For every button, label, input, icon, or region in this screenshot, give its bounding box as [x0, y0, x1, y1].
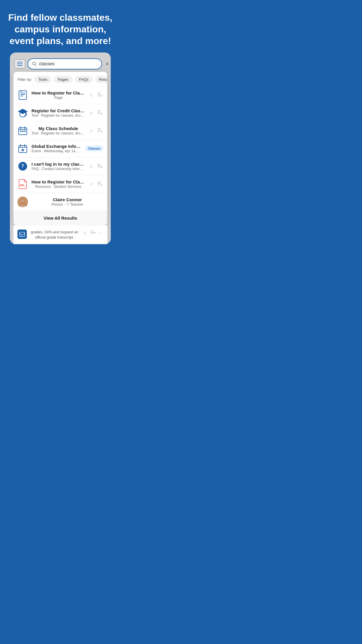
star-button[interactable]: ☆	[89, 127, 94, 134]
svg-rect-2	[19, 91, 27, 99]
hamburger-line-2	[17, 64, 23, 64]
svg-rect-27	[24, 131, 26, 132]
more-options-button[interactable]: ···	[98, 230, 103, 236]
star-button[interactable]: ☆	[89, 181, 94, 188]
result-content: Claire Connor Person · 🛡 Teacher	[31, 197, 103, 206]
result-title: Global Exchange Info Sessions	[31, 144, 82, 149]
filter-chip-pages[interactable]: Pages	[54, 76, 73, 83]
filter-chip-faqs[interactable]: FAQs	[75, 76, 93, 83]
star-button[interactable]: ☆	[89, 92, 94, 99]
tool-graduation-icon	[17, 108, 28, 118]
search-dropdown: Filter by: Tools Pages FAQs Resources Gr…	[13, 72, 107, 225]
pdf-icon: PDF	[17, 179, 28, 189]
result-title: How to Register for Classes	[31, 90, 85, 95]
svg-rect-58	[94, 232, 95, 234]
result-item[interactable]: How to Register for Classes Page ☆	[13, 86, 107, 104]
add-to-list-button[interactable]	[97, 163, 103, 170]
result-content: Global Exchange Info Sessions Event · We…	[31, 144, 82, 153]
close-icon: ×	[106, 61, 109, 67]
result-item[interactable]: Register for Credit Classes Tool · Regis…	[13, 104, 107, 122]
result-subtitle: Tool · Register for classes, drop...	[31, 131, 85, 135]
result-subtitle: Person · 🛡 Teacher	[31, 202, 103, 206]
svg-point-14	[26, 114, 27, 116]
result-content: I can't log in to my classes FAQ · Conta…	[31, 162, 85, 171]
star-button[interactable]: ☆	[89, 110, 94, 116]
calendar-tool-icon	[17, 125, 28, 136]
separator: ·	[64, 202, 66, 206]
result-item[interactable]: ? I can't log in to my classes FAQ · Con…	[13, 157, 107, 175]
event-tag: Classes	[85, 146, 103, 151]
result-item[interactable]: Claire Connor Person · 🛡 Teacher	[13, 193, 107, 211]
phone-mockup: × Filter by: Tools Pages FAQs Resources …	[10, 52, 111, 244]
result-item[interactable]: PDF How to Register for Classes... Resou…	[13, 175, 107, 193]
stub-text: grades, GPA and request an official grad…	[30, 230, 79, 240]
svg-line-1	[35, 65, 36, 66]
filter-by-label: Filter by:	[17, 77, 32, 82]
result-title: My Class Schedule	[31, 126, 85, 131]
page-icon	[17, 90, 28, 100]
result-subtitle: Resource · Student Services	[31, 185, 85, 189]
result-subtitle: Page	[31, 96, 85, 100]
search-input[interactable]	[39, 61, 97, 66]
clear-search-button[interactable]: ×	[104, 60, 110, 69]
person-avatar	[17, 197, 28, 207]
result-actions: ☆	[89, 163, 103, 170]
svg-rect-52	[20, 232, 25, 237]
add-to-list-button[interactable]	[97, 127, 103, 134]
search-bar-container: ×	[13, 56, 107, 72]
bottom-stub-item: grades, GPA and request an official grad…	[13, 225, 107, 244]
result-actions: ☆	[89, 181, 103, 188]
svg-rect-56	[93, 232, 94, 234]
result-subtitle: Tool · Register for classes, drop...	[31, 113, 85, 118]
result-content: How to Register for Classes Page	[31, 90, 85, 100]
add-to-list-button[interactable]	[97, 92, 103, 99]
svg-marker-37	[21, 148, 24, 152]
filter-chip-resources[interactable]: Resources	[95, 76, 107, 83]
result-item[interactable]: My Class Schedule Tool · Register for cl…	[13, 122, 107, 139]
star-button[interactable]: ☆	[89, 163, 94, 170]
search-icon	[32, 62, 37, 66]
faq-icon: ?	[17, 161, 28, 172]
person-role-label: Teacher	[70, 202, 83, 206]
result-content: Register for Credit Classes Tool · Regis…	[31, 108, 85, 118]
stub-actions: ☆ ···	[82, 230, 103, 236]
svg-rect-25	[20, 131, 22, 132]
hamburger-line-3	[17, 65, 23, 66]
avatar	[17, 197, 28, 207]
filter-chip-tools[interactable]: Tools	[34, 76, 51, 83]
result-title: How to Register for Classes...	[31, 179, 85, 184]
stub-icon	[17, 230, 27, 239]
svg-point-51	[21, 199, 24, 202]
result-title: Register for Credit Classes	[31, 108, 85, 113]
hero-section: Find fellow classmates, campus informati…	[0, 0, 121, 253]
result-actions: Classes	[85, 146, 103, 151]
result-content: My Class Schedule Tool · Register for cl…	[31, 126, 85, 135]
event-star-icon	[17, 143, 28, 154]
filter-row: Filter by: Tools Pages FAQs Resources Gr…	[13, 72, 107, 86]
result-subtitle: Event · Wednesday, Apr 14, 10:00a...	[31, 149, 82, 153]
svg-rect-26	[22, 131, 24, 132]
result-title: Claire Connor	[31, 197, 103, 202]
shield-icon: 🛡	[66, 203, 69, 206]
hamburger-button[interactable]	[15, 60, 25, 68]
add-to-list-button[interactable]	[97, 181, 103, 188]
result-subtitle: FAQ · Contact University Inform...	[31, 167, 85, 171]
hero-title: Find fellow classmates, campus informati…	[7, 12, 114, 47]
hamburger-line-1	[17, 62, 23, 62]
add-to-list-button[interactable]	[90, 230, 96, 236]
person-type-label: Person	[52, 202, 63, 206]
result-actions: ☆	[89, 127, 103, 134]
result-actions: ☆	[89, 92, 103, 99]
result-actions: ☆	[89, 109, 103, 116]
search-input-wrapper	[27, 58, 102, 69]
view-all-results-button[interactable]: View All Results	[13, 211, 107, 225]
result-title: I can't log in to my classes	[31, 162, 85, 167]
star-button[interactable]: ☆	[82, 230, 87, 236]
add-to-list-button[interactable]	[97, 109, 103, 116]
result-item[interactable]: Global Exchange Info Sessions Event · We…	[13, 139, 107, 157]
result-content: How to Register for Classes... Resource …	[31, 179, 85, 189]
